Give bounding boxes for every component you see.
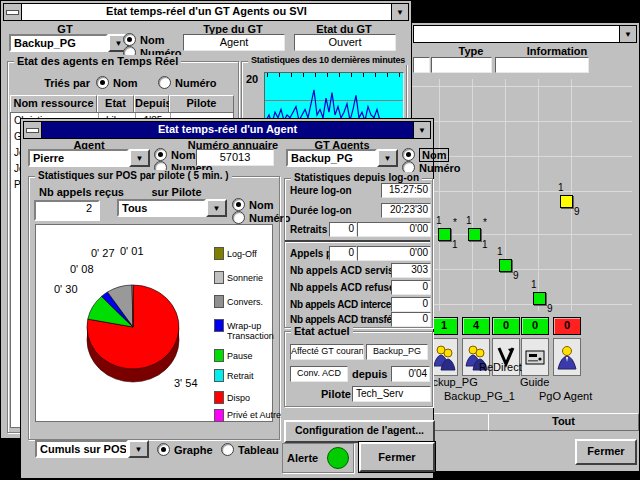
sort-radio-numero[interactable]: Numéro <box>158 76 217 89</box>
stat-value: 15:27:50 <box>381 183 431 198</box>
cumuls-combobox-value[interactable]: Cumuls sur POS <box>35 440 128 458</box>
gt-radio-nom[interactable]: Nom <box>123 33 164 46</box>
radio-dot[interactable] <box>157 443 170 456</box>
stat-label: Nb appels ACD transférés <box>290 314 406 325</box>
gt-system-menu-button[interactable] <box>4 4 22 20</box>
grid-line <box>412 304 632 305</box>
depuis-label: depuis <box>352 368 387 380</box>
agent-combobox[interactable]: Pierre ▼ <box>28 149 150 167</box>
dropdown-arrow-icon[interactable]: ▼ <box>129 149 150 167</box>
conv-acd-field: Conv. ACD <box>290 366 348 382</box>
legend-swatch-sonnerie <box>214 271 224 284</box>
radio-dot[interactable] <box>154 148 167 161</box>
col-header-pilote: Pilote <box>169 95 234 113</box>
radio-dot[interactable] <box>123 33 136 46</box>
grid-line <box>538 79 539 311</box>
grid-line <box>505 79 506 311</box>
legend-swatch-convers <box>214 295 224 308</box>
dropdown-arrow-icon[interactable]: ▼ <box>128 440 149 458</box>
stat-value: 0 <box>391 280 431 295</box>
legend-swatch-retrait <box>214 369 224 382</box>
legend-label: Privé et Autre <box>227 410 281 420</box>
node-count-bottom: 1 <box>482 240 488 250</box>
radio-dot[interactable] <box>221 443 234 456</box>
stat-label: Nb appels ACD servis <box>290 265 394 276</box>
dropdown-arrow-icon[interactable]: ▼ <box>377 149 398 167</box>
pie-chart-panel: 0' 27 0' 01 0' 08 0' 30 3' 54 Log-Off So… <box>35 224 273 422</box>
queue-label-pgo-agent: PgO Agent <box>539 390 592 402</box>
pos-stats-label: Statistiques sur POS par pilote ( 5 min.… <box>35 170 232 181</box>
system-menu-icon <box>26 128 39 133</box>
monitor-titlebar: ▼ <box>413 25 637 43</box>
node-count-bottom: 9 <box>574 207 580 217</box>
device-icon[interactable] <box>521 338 549 376</box>
agents-icon[interactable] <box>430 338 458 376</box>
agent-icon[interactable] <box>553 338 581 376</box>
radio-tableau[interactable]: Tableau <box>221 443 279 456</box>
gt-combobox-value[interactable]: Backup_PG <box>9 34 108 52</box>
diagram-node[interactable] <box>468 228 481 241</box>
stat-count: 0 <box>329 222 357 237</box>
configuration-button[interactable]: Configuration de l'agent... <box>284 420 435 443</box>
information-column-header: Information <box>517 45 597 57</box>
col-header-depuis: Depuis <box>134 95 169 113</box>
sur-pilote-combobox-value[interactable]: Tous <box>117 199 206 217</box>
node-count-top: 1 <box>436 216 442 226</box>
radio-dot[interactable] <box>232 198 245 211</box>
monitor-minimize-button[interactable]: ▼ <box>619 26 636 42</box>
node-star-marker: * <box>453 218 457 228</box>
legend-swatch-dispo <box>214 391 224 404</box>
radio-dot[interactable] <box>402 148 415 161</box>
pilote-radio-nom[interactable]: Nom <box>232 198 273 211</box>
numero-annuaire-value: 57013 <box>196 149 274 166</box>
sort-radio-nom[interactable]: Nom <box>96 76 137 89</box>
sur-pilote-combobox[interactable]: Tous ▼ <box>117 199 227 217</box>
agents-group-label: Etat des agents en Temps Réel <box>14 55 181 67</box>
alerte-indicator <box>327 447 349 469</box>
radio-dot[interactable] <box>158 76 171 89</box>
etat-actuel-group: Etat actuel Affecté GT courant Backup_PG… <box>284 331 433 407</box>
radio-dot[interactable] <box>96 76 109 89</box>
etat-du-gt-value: Ouvert <box>294 34 396 51</box>
diagram-node[interactable] <box>533 292 546 305</box>
gt-window-title: Etat temps-réel d'un GT Agents ou SVI <box>22 4 391 20</box>
monitor-fermer-button[interactable]: Fermer <box>575 439 637 465</box>
gt-minimize-button[interactable]: ▼ <box>391 4 408 20</box>
gt-combobox[interactable]: Backup_PG ▼ <box>9 34 129 52</box>
pilote-radio-numero[interactable]: Numéro <box>232 211 291 224</box>
gt-agents-radio-nom[interactable]: Nom <box>402 148 449 161</box>
radio-graphe[interactable]: Graphe <box>157 443 213 456</box>
cumuls-combobox[interactable]: Cumuls sur POS ▼ <box>35 440 149 458</box>
monitor-window: ▼ Type Information 191*11*11919 14000 <box>410 22 640 472</box>
dropdown-arrow-icon[interactable]: ▼ <box>206 199 227 217</box>
stat-value: 0'00 <box>357 246 431 261</box>
grid-line <box>472 79 473 311</box>
pie-label-dispo: 3' 54 <box>174 377 198 389</box>
alerte-label: Alerte <box>287 452 318 464</box>
agent-minimize-button[interactable]: ▼ <box>413 122 430 138</box>
gt-agents-combobox[interactable]: Backup_PG ▼ <box>286 149 398 167</box>
node-count-bottom: 9 <box>513 271 519 281</box>
agent-combobox-value[interactable]: Pierre <box>28 149 129 167</box>
agent-fermer-button[interactable]: Fermer <box>359 442 435 472</box>
node-count-top: 1 <box>531 280 537 290</box>
gt-agents-combobox-value[interactable]: Backup_PG <box>286 149 377 167</box>
diagram-node[interactable] <box>560 195 573 208</box>
etat-actuel-label: Etat actuel <box>291 325 353 337</box>
agent-system-menu-button[interactable] <box>24 122 42 138</box>
stat-value: 303 <box>391 263 431 278</box>
legend-label: Transaction <box>227 331 274 341</box>
nb-appels-recus-value: 2 <box>34 200 100 221</box>
separator <box>285 240 430 242</box>
diagram-node[interactable] <box>438 228 451 241</box>
pie-label-wrapup: 0' 08 <box>70 263 94 275</box>
pilote-label: Pilote <box>321 388 351 400</box>
legend-swatch-logoff <box>214 247 224 260</box>
affecte-gt-field: Affecté GT courant <box>290 344 364 360</box>
monitor-title <box>414 26 619 42</box>
system-menu-icon <box>6 10 19 15</box>
information-field <box>495 57 589 73</box>
legend-label: Sonnerie <box>227 273 263 283</box>
radio-dot[interactable] <box>232 211 245 224</box>
diagram-node[interactable] <box>499 259 512 272</box>
